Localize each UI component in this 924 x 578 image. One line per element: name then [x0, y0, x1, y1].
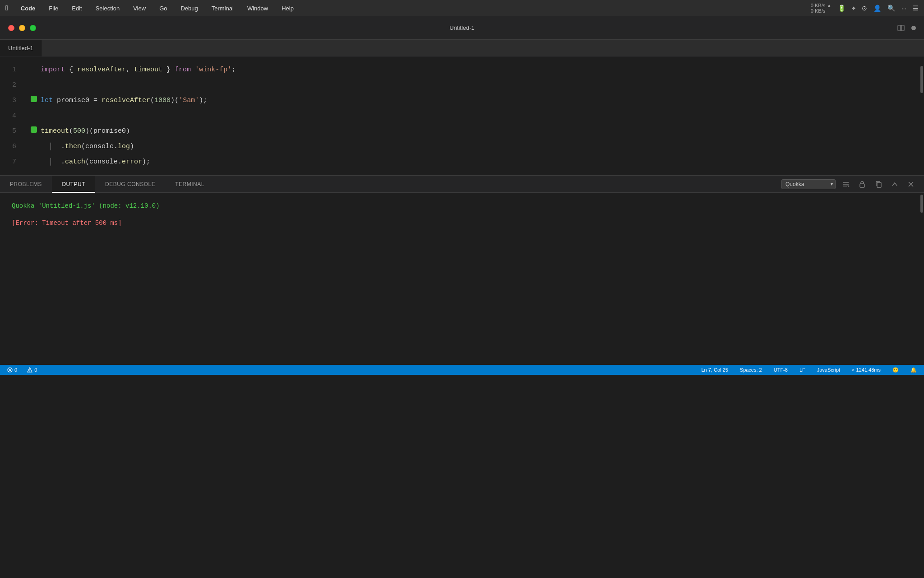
line-num-5: 5 [0, 124, 27, 139]
language-label: JavaScript [817, 367, 840, 373]
copy-icon[interactable] [873, 178, 884, 190]
line-content-6: │ .then(console.log) [41, 139, 919, 154]
line-num-7: 7 [0, 154, 27, 170]
cursor-position: Ln 7, Col 25 [701, 367, 728, 373]
panel-tab-bar: PROBLEMS OUTPUT DEBUG CONSOLE TERMINAL Q… [0, 176, 924, 193]
menubar-go[interactable]: Go [157, 4, 170, 13]
panel-scroll-thumb [920, 195, 923, 213]
line-content-1: import { resolveAfter, timeout } from 'w… [41, 62, 919, 78]
smiley-icon: 🙂 [892, 367, 899, 373]
clock-icon: ⊙ [862, 5, 867, 12]
warning-count: 0 [34, 367, 37, 373]
error-count: 0 [14, 367, 17, 373]
window-title: Untitled-1 [449, 24, 475, 31]
statusbar: 0 0 Ln 7, Col 25 Spaces: 2 UTF-8 LF Java… [0, 365, 924, 375]
editor-main: 1 import { resolveAfter, timeout } from … [0, 57, 924, 175]
list-icon: ☰ [913, 5, 919, 12]
code-line-3: 3 let promise0 = resolveAfter(1000)('Sam… [0, 93, 919, 108]
wifi-icon: ⌖ [852, 5, 855, 12]
menubar-terminal[interactable]: Terminal [209, 4, 236, 13]
apple-menu[interactable]:  [5, 4, 8, 12]
gutter-dot-3 [31, 96, 37, 102]
gutter-5 [27, 126, 41, 133]
editor-tab-bar: Untitled-1 [0, 40, 924, 57]
line-content-2 [41, 78, 919, 93]
code-editor[interactable]: 1 import { resolveAfter, timeout } from … [0, 57, 919, 175]
menubar-window[interactable]: Window [245, 4, 271, 13]
menubar:  Code File Edit Selection View Go Debug… [0, 0, 924, 16]
statusbar-warnings[interactable]: 0 [25, 365, 39, 375]
statusbar-spaces[interactable]: Spaces: 2 [738, 365, 764, 375]
statusbar-position[interactable]: Ln 7, Col 25 [699, 365, 730, 375]
bell-icon: 🔔 [910, 367, 917, 373]
dot-icon [911, 26, 916, 30]
code-line-1: 1 import { resolveAfter, timeout } from … [0, 62, 919, 78]
traffic-lights [8, 25, 36, 31]
chevron-up-icon[interactable] [889, 178, 901, 190]
svg-rect-7 [877, 182, 881, 187]
ellipsis-icon: ··· [901, 5, 906, 12]
output-source-select[interactable]: Quokka Node Git [781, 179, 836, 189]
line-num-1: 1 [0, 62, 27, 78]
tab-terminal[interactable]: TERMINAL [165, 176, 214, 193]
tab-output[interactable]: OUTPUT [52, 176, 95, 193]
panel-scrollbar[interactable] [919, 193, 924, 365]
titlebar: Untitled-1 [0, 16, 924, 40]
editor-tab-untitled[interactable]: Untitled-1 [0, 39, 42, 56]
close-panel-icon[interactable] [905, 178, 917, 190]
svg-rect-0 [898, 25, 901, 31]
menubar-selection[interactable]: Selection [93, 4, 122, 13]
editor-scrollbar[interactable] [919, 57, 924, 175]
gutter-dot-5 [31, 126, 37, 133]
line-content-4 [41, 108, 919, 124]
output-quokka-line: Quokka 'Untitled-1.js' (node: v12.10.0) [12, 201, 908, 211]
statusbar-smiley[interactable]: 🙂 [891, 365, 901, 375]
tab-label: Untitled-1 [8, 45, 33, 51]
tab-problems[interactable]: PROBLEMS [0, 176, 52, 193]
network-usage: 0 KB/s ▲0 KB/s [811, 3, 832, 14]
line-content-5: timeout(500)(promise0) [41, 124, 919, 139]
statusbar-timing[interactable]: × 1241.48ms [850, 365, 882, 375]
clear-output-icon[interactable] [840, 178, 852, 190]
eol-label: LF [799, 367, 805, 373]
encoding-label: UTF-8 [774, 367, 788, 373]
menubar-edit[interactable]: Edit [69, 4, 84, 13]
svg-point-15 [30, 371, 30, 372]
output-error-line: [Error: Timeout after 500 ms] [12, 218, 908, 228]
tab-debug-console[interactable]: DEBUG CONSOLE [95, 176, 165, 193]
svg-rect-1 [901, 25, 904, 31]
minimize-button[interactable] [19, 25, 25, 31]
statusbar-language[interactable]: JavaScript [815, 365, 842, 375]
panel: PROBLEMS OUTPUT DEBUG CONSOLE TERMINAL Q… [0, 175, 924, 365]
line-num-6: 6 [0, 139, 27, 154]
statusbar-bell[interactable]: 🔔 [909, 365, 919, 375]
maximize-button[interactable] [30, 25, 36, 31]
statusbar-right: Ln 7, Col 25 Spaces: 2 UTF-8 LF JavaScri… [699, 365, 919, 375]
close-button[interactable] [8, 25, 14, 31]
menubar-right: 0 KB/s ▲0 KB/s 🔋 ⌖ ⊙ 👤 🔍 ··· ☰ [811, 3, 919, 14]
menubar-view[interactable]: View [130, 4, 148, 13]
indent-info: Spaces: 2 [740, 367, 762, 373]
statusbar-eol[interactable]: LF [798, 365, 807, 375]
menubar-help[interactable]: Help [279, 4, 296, 13]
line-num-4: 4 [0, 108, 27, 124]
statusbar-left: 0 0 [5, 365, 39, 375]
timing-label: × 1241.48ms [852, 367, 881, 373]
menubar-debug[interactable]: Debug [178, 4, 200, 13]
menubar-file[interactable]: File [46, 4, 61, 13]
line-content-3: let promise0 = resolveAfter(1000)('Sam')… [41, 93, 919, 108]
code-line-5: 5 timeout(500)(promise0) [0, 124, 919, 139]
code-line-2: 2 [0, 78, 919, 93]
split-editor-icon[interactable] [897, 24, 905, 32]
battery-icon: 🔋 [838, 5, 845, 12]
code-line-4: 4 [0, 108, 919, 124]
gutter-3 [27, 96, 41, 102]
panel-output: Quokka 'Untitled-1.js' (node: v12.10.0) … [0, 193, 919, 365]
statusbar-errors[interactable]: 0 [5, 365, 19, 375]
statusbar-encoding[interactable]: UTF-8 [772, 365, 790, 375]
code-line-6: 6 │ .then(console.log) [0, 139, 919, 154]
titlebar-actions [897, 24, 916, 32]
lock-icon[interactable] [856, 178, 868, 190]
menubar-code[interactable]: Code [18, 4, 38, 13]
line-num-2: 2 [0, 78, 27, 93]
